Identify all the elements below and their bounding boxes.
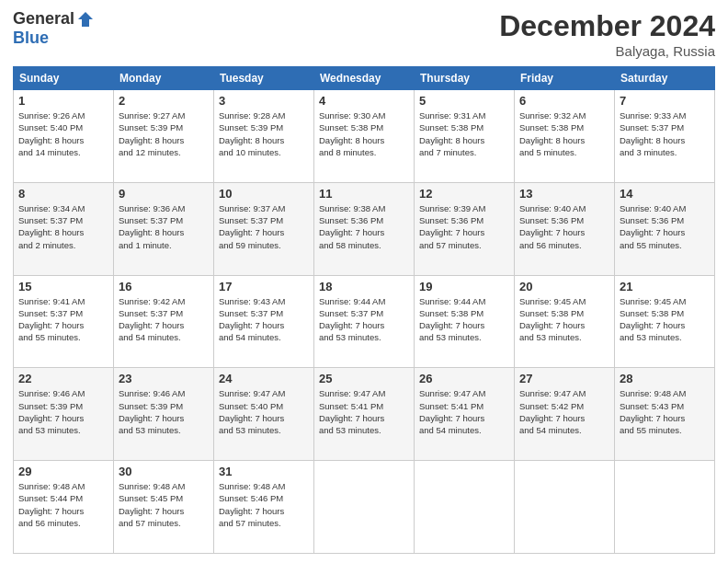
table-row: 23Sunrise: 9:46 AM Sunset: 5:39 PM Dayli… bbox=[114, 368, 214, 461]
header-row: Sunday Monday Tuesday Wednesday Thursday… bbox=[14, 67, 715, 90]
table-row: 22Sunrise: 9:46 AM Sunset: 5:39 PM Dayli… bbox=[14, 368, 114, 461]
day-number: 4 bbox=[319, 94, 409, 108]
day-info: Sunrise: 9:31 AM Sunset: 5:38 PM Dayligh… bbox=[419, 109, 509, 158]
calendar-table: Sunday Monday Tuesday Wednesday Thursday… bbox=[13, 66, 715, 554]
col-sunday: Sunday bbox=[14, 67, 114, 90]
location: Balyaga, Russia bbox=[499, 43, 715, 59]
day-info: Sunrise: 9:45 AM Sunset: 5:38 PM Dayligh… bbox=[620, 295, 710, 344]
table-row: 17Sunrise: 9:43 AM Sunset: 5:37 PM Dayli… bbox=[214, 275, 314, 368]
day-info: Sunrise: 9:48 AM Sunset: 5:45 PM Dayligh… bbox=[119, 480, 209, 529]
table-row: 2Sunrise: 9:27 AM Sunset: 5:39 PM Daylig… bbox=[114, 90, 214, 183]
day-info: Sunrise: 9:40 AM Sunset: 5:36 PM Dayligh… bbox=[519, 202, 609, 251]
header: General Blue December 2024 Balyaga, Russ… bbox=[13, 9, 715, 59]
day-number: 10 bbox=[219, 187, 309, 201]
col-monday: Monday bbox=[114, 67, 214, 90]
table-row: 8Sunrise: 9:34 AM Sunset: 5:37 PM Daylig… bbox=[14, 182, 114, 275]
day-info: Sunrise: 9:48 AM Sunset: 5:46 PM Dayligh… bbox=[219, 480, 309, 529]
title-section: December 2024 Balyaga, Russia bbox=[499, 9, 715, 59]
table-row: 29Sunrise: 9:48 AM Sunset: 5:44 PM Dayli… bbox=[14, 461, 114, 554]
table-row bbox=[314, 461, 415, 554]
day-info: Sunrise: 9:47 AM Sunset: 5:42 PM Dayligh… bbox=[519, 387, 609, 436]
table-row: 14Sunrise: 9:40 AM Sunset: 5:36 PM Dayli… bbox=[615, 182, 715, 275]
logo-general-text: General bbox=[13, 9, 74, 29]
table-row: 13Sunrise: 9:40 AM Sunset: 5:36 PM Dayli… bbox=[515, 182, 615, 275]
svg-marker-0 bbox=[78, 12, 93, 27]
calendar-container: General Blue December 2024 Balyaga, Russ… bbox=[0, 0, 728, 563]
day-info: Sunrise: 9:30 AM Sunset: 5:38 PM Dayligh… bbox=[319, 109, 409, 158]
table-row: 31Sunrise: 9:48 AM Sunset: 5:46 PM Dayli… bbox=[214, 461, 314, 554]
day-number: 30 bbox=[119, 465, 209, 478]
table-row: 26Sunrise: 9:47 AM Sunset: 5:41 PM Dayli… bbox=[415, 368, 515, 461]
day-info: Sunrise: 9:38 AM Sunset: 5:36 PM Dayligh… bbox=[319, 202, 409, 251]
col-saturday: Saturday bbox=[615, 67, 715, 90]
table-row: 30Sunrise: 9:48 AM Sunset: 5:45 PM Dayli… bbox=[114, 461, 214, 554]
day-info: Sunrise: 9:48 AM Sunset: 5:44 PM Dayligh… bbox=[18, 480, 108, 529]
day-info: Sunrise: 9:41 AM Sunset: 5:37 PM Dayligh… bbox=[18, 295, 108, 344]
day-info: Sunrise: 9:44 AM Sunset: 5:38 PM Dayligh… bbox=[419, 295, 509, 344]
day-info: Sunrise: 9:47 AM Sunset: 5:40 PM Dayligh… bbox=[219, 387, 309, 436]
day-number: 8 bbox=[18, 187, 108, 201]
day-number: 26 bbox=[419, 372, 509, 385]
day-info: Sunrise: 9:47 AM Sunset: 5:41 PM Dayligh… bbox=[319, 387, 409, 436]
day-number: 20 bbox=[519, 280, 609, 293]
day-info: Sunrise: 9:37 AM Sunset: 5:37 PM Dayligh… bbox=[219, 202, 309, 251]
day-info: Sunrise: 9:32 AM Sunset: 5:38 PM Dayligh… bbox=[519, 109, 609, 158]
day-info: Sunrise: 9:44 AM Sunset: 5:37 PM Dayligh… bbox=[319, 295, 409, 344]
day-info: Sunrise: 9:27 AM Sunset: 5:39 PM Dayligh… bbox=[119, 109, 209, 158]
day-number: 6 bbox=[519, 94, 609, 108]
table-row: 24Sunrise: 9:47 AM Sunset: 5:40 PM Dayli… bbox=[214, 368, 314, 461]
table-row: 16Sunrise: 9:42 AM Sunset: 5:37 PM Dayli… bbox=[114, 275, 214, 368]
day-number: 3 bbox=[219, 94, 309, 108]
table-row: 12Sunrise: 9:39 AM Sunset: 5:36 PM Dayli… bbox=[415, 182, 515, 275]
table-row bbox=[515, 461, 615, 554]
week-row: 8Sunrise: 9:34 AM Sunset: 5:37 PM Daylig… bbox=[14, 182, 715, 275]
logo-blue-text: Blue bbox=[13, 29, 49, 48]
day-number: 2 bbox=[119, 94, 209, 108]
table-row: 28Sunrise: 9:48 AM Sunset: 5:43 PM Dayli… bbox=[615, 368, 715, 461]
day-info: Sunrise: 9:45 AM Sunset: 5:38 PM Dayligh… bbox=[519, 295, 609, 344]
day-info: Sunrise: 9:48 AM Sunset: 5:43 PM Dayligh… bbox=[620, 387, 710, 436]
day-number: 1 bbox=[18, 94, 108, 108]
table-row: 25Sunrise: 9:47 AM Sunset: 5:41 PM Dayli… bbox=[314, 368, 415, 461]
table-row bbox=[615, 461, 715, 554]
col-thursday: Thursday bbox=[415, 67, 515, 90]
day-number: 25 bbox=[319, 372, 409, 385]
day-number: 11 bbox=[319, 187, 409, 201]
day-number: 14 bbox=[620, 187, 710, 201]
day-number: 28 bbox=[620, 372, 710, 385]
day-number: 5 bbox=[419, 94, 509, 108]
logo: General Blue bbox=[13, 9, 95, 48]
day-info: Sunrise: 9:28 AM Sunset: 5:39 PM Dayligh… bbox=[219, 109, 309, 158]
day-number: 15 bbox=[18, 280, 108, 293]
table-row bbox=[415, 461, 515, 554]
day-info: Sunrise: 9:39 AM Sunset: 5:36 PM Dayligh… bbox=[419, 202, 509, 251]
table-row: 21Sunrise: 9:45 AM Sunset: 5:38 PM Dayli… bbox=[615, 275, 715, 368]
day-info: Sunrise: 9:46 AM Sunset: 5:39 PM Dayligh… bbox=[18, 387, 108, 436]
day-number: 31 bbox=[219, 465, 309, 478]
day-info: Sunrise: 9:46 AM Sunset: 5:39 PM Dayligh… bbox=[119, 387, 209, 436]
week-row: 22Sunrise: 9:46 AM Sunset: 5:39 PM Dayli… bbox=[14, 368, 715, 461]
table-row: 5Sunrise: 9:31 AM Sunset: 5:38 PM Daylig… bbox=[415, 90, 515, 183]
day-info: Sunrise: 9:47 AM Sunset: 5:41 PM Dayligh… bbox=[419, 387, 509, 436]
week-row: 1Sunrise: 9:26 AM Sunset: 5:40 PM Daylig… bbox=[14, 90, 715, 183]
day-number: 18 bbox=[319, 280, 409, 293]
table-row: 11Sunrise: 9:38 AM Sunset: 5:36 PM Dayli… bbox=[314, 182, 415, 275]
logo-icon bbox=[76, 10, 95, 29]
table-row: 6Sunrise: 9:32 AM Sunset: 5:38 PM Daylig… bbox=[515, 90, 615, 183]
table-row: 10Sunrise: 9:37 AM Sunset: 5:37 PM Dayli… bbox=[214, 182, 314, 275]
day-number: 7 bbox=[620, 94, 710, 108]
day-info: Sunrise: 9:33 AM Sunset: 5:37 PM Dayligh… bbox=[620, 109, 710, 158]
day-number: 22 bbox=[18, 372, 108, 385]
table-row: 18Sunrise: 9:44 AM Sunset: 5:37 PM Dayli… bbox=[314, 275, 415, 368]
day-number: 9 bbox=[119, 187, 209, 201]
day-number: 29 bbox=[18, 465, 108, 478]
day-number: 19 bbox=[419, 280, 509, 293]
table-row: 3Sunrise: 9:28 AM Sunset: 5:39 PM Daylig… bbox=[214, 90, 314, 183]
day-number: 27 bbox=[519, 372, 609, 385]
table-row: 4Sunrise: 9:30 AM Sunset: 5:38 PM Daylig… bbox=[314, 90, 415, 183]
day-info: Sunrise: 9:43 AM Sunset: 5:37 PM Dayligh… bbox=[219, 295, 309, 344]
day-number: 16 bbox=[119, 280, 209, 293]
day-info: Sunrise: 9:34 AM Sunset: 5:37 PM Dayligh… bbox=[18, 202, 108, 251]
day-info: Sunrise: 9:40 AM Sunset: 5:36 PM Dayligh… bbox=[620, 202, 710, 251]
col-wednesday: Wednesday bbox=[314, 67, 415, 90]
